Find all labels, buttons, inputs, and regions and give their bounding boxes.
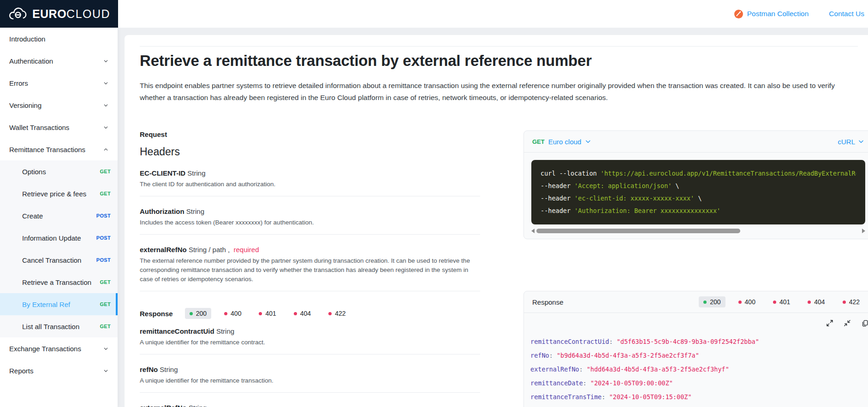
main-area: Retrieve a remittance transaction by ext… — [118, 28, 868, 407]
content-card: Retrieve a remittance transaction by ext… — [125, 35, 868, 407]
remittance-submenu: Options GET Retrieve price & fees GET Cr… — [0, 160, 118, 337]
sidebar-item-authentication[interactable]: Authentication — [0, 50, 118, 72]
response-heading: Response — [140, 310, 173, 318]
sidebar-item-wallet-transactions[interactable]: Wallet Transactions — [0, 116, 118, 138]
code-line: --header 'Accept: application/json' \ — [541, 180, 856, 192]
response-panel-title: Response — [532, 298, 564, 306]
response-panel: Response 200 400 401 404 422 — [523, 291, 868, 407]
status-dot-red — [328, 312, 332, 315]
field-ref-no: refNo String A unique identifier for the… — [140, 366, 480, 393]
chevron-down-icon[interactable] — [858, 138, 864, 145]
field-ec-client-id: EC-CLIENT-ID String The client ID for au… — [140, 169, 480, 196]
status-dot-red — [259, 312, 262, 315]
field-external-ref-no-response: externalRefNo String The external refere… — [140, 404, 480, 407]
method-badge-get: GET — [532, 138, 545, 145]
request-code-panel: GET Euro cloud cURL curl --locat — [523, 130, 868, 239]
status-dot-green — [703, 301, 707, 304]
response-toolbar — [524, 313, 868, 327]
code-panel-header: GET Euro cloud cURL — [524, 131, 868, 153]
environment-selector[interactable]: Euro cloud — [548, 138, 582, 146]
status-dot-red — [773, 301, 776, 304]
expand-icon[interactable] — [826, 319, 833, 327]
status-dot-red — [808, 301, 811, 304]
sidebar-item-cancel-transaction[interactable]: Cancel Transaction POST — [0, 249, 118, 271]
scrollbar-track[interactable] — [536, 229, 860, 233]
chevron-down-icon[interactable] — [585, 138, 591, 145]
sidebar-item-reports[interactable]: Reports — [0, 360, 118, 382]
status-badge-400[interactable]: 400 — [734, 296, 760, 307]
contact-us-link[interactable]: Contact Us — [829, 10, 864, 18]
chevron-down-icon — [103, 81, 108, 86]
status-badge-401[interactable]: 401 — [768, 296, 795, 307]
status-badge-200[interactable]: 200 — [699, 296, 725, 307]
chevron-up-icon — [103, 147, 108, 152]
sidebar-item-versioning[interactable]: Versioning — [0, 94, 118, 116]
page-description: This endpoint enables partner systems to… — [140, 80, 858, 104]
sidebar-item-retrieve-price-fees[interactable]: Retrieve price & fees GET — [0, 183, 118, 205]
sidebar-item-create[interactable]: Create POST — [0, 205, 118, 227]
chevron-down-icon — [103, 59, 108, 64]
scroll-left-arrow-icon[interactable] — [531, 229, 535, 233]
status-badge-422[interactable]: 422 — [324, 308, 350, 319]
sidebar-item-remittance-transactions[interactable]: Remittance Transactions — [0, 138, 118, 160]
status-badge-404[interactable]: 404 — [803, 296, 829, 307]
chevron-down-icon — [103, 103, 108, 108]
chevron-down-icon — [103, 346, 108, 351]
sidebar-item-by-external-ref[interactable]: By External Ref GET — [0, 293, 118, 315]
scrollbar-thumb[interactable] — [536, 229, 740, 233]
sidebar-item-information-update[interactable]: Information Update POST — [0, 227, 118, 249]
status-dot-red — [294, 312, 297, 315]
chevron-down-icon — [103, 125, 108, 130]
top-divider — [140, 46, 858, 47]
required-flag: required — [233, 246, 259, 254]
json-line: remittanceDate: "2024-10-05T09:00:00Z" — [530, 376, 868, 390]
code-column: GET Euro cloud cURL curl --locat — [523, 130, 868, 407]
sidebar-item-introduction[interactable]: Introduction — [0, 28, 118, 50]
status-badge-401[interactable]: 401 — [254, 308, 280, 319]
doc-column: Request Headers EC-CLIENT-ID String The … — [140, 130, 480, 407]
sidebar-item-exchange-transactions[interactable]: Exchange Transactions — [0, 337, 118, 360]
status-badge-404[interactable]: 404 — [289, 308, 315, 319]
postman-icon — [734, 10, 743, 18]
brand-cloud: CLOUD — [66, 7, 110, 20]
code-line: --header 'ec-client-id: xxxxx-xxxxx-xxxx… — [541, 192, 856, 205]
method-badge-get: GET — [100, 324, 111, 329]
language-selector[interactable]: cURL — [838, 138, 855, 146]
status-badge-422[interactable]: 422 — [838, 296, 864, 307]
page-title: Retrieve a remittance transaction by ext… — [140, 52, 858, 70]
status-dot-red — [738, 301, 742, 304]
status-dot-green — [190, 312, 193, 315]
status-badge-200[interactable]: 200 — [185, 308, 211, 319]
sidebar-item-list-all-transaction[interactable]: List all Transaction GET — [0, 315, 118, 337]
method-badge-get: GET — [100, 169, 111, 174]
response-status-row: Response 200 400 401 404 422 — [140, 308, 480, 319]
method-badge-get: GET — [100, 279, 111, 285]
method-badge-post: POST — [96, 213, 111, 218]
brand-logo[interactable]: EUROCLOUD — [0, 0, 118, 28]
copy-icon[interactable] — [861, 319, 868, 327]
headers-heading: Headers — [140, 146, 480, 158]
sidebar: Introduction Authentication Errors Versi… — [0, 28, 118, 407]
method-badge-post: POST — [96, 257, 111, 263]
horizontal-scrollbar[interactable] — [531, 228, 865, 234]
response-json: remittanceContractUid: "d5f63b15-5c9b-4c… — [530, 335, 868, 404]
code-line: --header 'Authorization: Bearer xxxxxxxx… — [541, 205, 856, 217]
scroll-right-arrow-icon[interactable] — [862, 229, 865, 233]
json-line: refNo: "b9d64a3d-4b5d-4f3a-a5f3-2f5ae2cf… — [530, 348, 868, 362]
sidebar-item-retrieve-a-transaction[interactable]: Retrieve a Transaction GET — [0, 271, 118, 293]
postman-collection-link[interactable]: Postman Collection — [734, 10, 809, 18]
brand-euro: EURO — [32, 7, 66, 20]
sidebar-item-options[interactable]: Options GET — [0, 160, 118, 183]
field-external-ref-no: externalRefNo String / path , required T… — [140, 246, 480, 291]
topbar-links: Postman Collection Contact Us — [734, 0, 864, 28]
field-remittance-contract-uid: remittanceContractUid String A unique id… — [140, 327, 480, 354]
collapse-icon[interactable] — [844, 319, 851, 327]
code-line: curl --location 'https://api.eurocloud.a… — [541, 167, 856, 180]
curl-code-block: curl --location 'https://api.eurocloud.a… — [531, 160, 865, 224]
response-panel-header: Response 200 400 401 404 422 — [524, 291, 868, 313]
status-dot-red — [224, 312, 227, 315]
sidebar-item-errors[interactable]: Errors — [0, 72, 118, 94]
json-line: remittanceTransTime: "2024-10-05T09:15:0… — [530, 390, 868, 404]
status-badge-400[interactable]: 400 — [220, 308, 246, 319]
method-badge-get: GET — [100, 301, 111, 307]
